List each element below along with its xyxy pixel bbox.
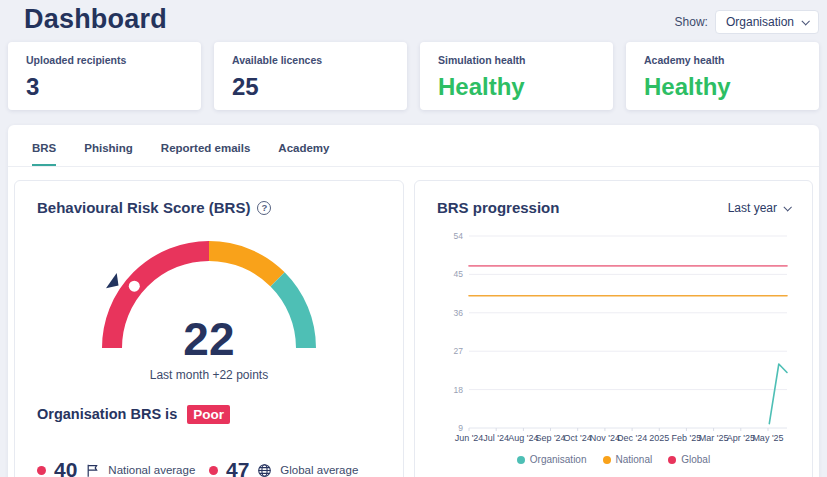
global-average-dot bbox=[209, 466, 218, 475]
stat-label: Simulation health bbox=[438, 54, 595, 66]
svg-text:9: 9 bbox=[458, 423, 463, 433]
organisation-select-value: Organisation bbox=[726, 15, 794, 29]
page-title: Dashboard bbox=[24, 4, 167, 35]
chevron-down-icon bbox=[801, 17, 809, 25]
svg-text:Sep '24: Sep '24 bbox=[535, 433, 565, 443]
legend-dot bbox=[668, 456, 676, 464]
chart-area: 91827364554Jun '24Jul '24Aug '24Sep '24O… bbox=[437, 226, 790, 450]
stats-row: Uploaded recipients 3 Available licences… bbox=[8, 42, 819, 110]
page-header: Dashboard Show: Organisation bbox=[0, 0, 827, 35]
brs-score-value: 22 bbox=[89, 316, 329, 362]
help-icon[interactable]: ? bbox=[257, 201, 271, 215]
svg-text:27: 27 bbox=[453, 346, 463, 356]
svg-text:Jun '24: Jun '24 bbox=[455, 433, 484, 443]
legend-item-national[interactable]: National bbox=[603, 454, 653, 465]
legend-label: Global bbox=[681, 454, 710, 465]
stat-label: Uploaded recipients bbox=[26, 54, 183, 66]
stat-card-available-licences: Available licences 25 bbox=[214, 42, 407, 110]
stat-label: Academy health bbox=[644, 54, 801, 66]
global-average: 47 Global average bbox=[209, 458, 381, 477]
show-label: Show: bbox=[675, 15, 708, 29]
stat-value: Healthy bbox=[644, 73, 801, 101]
chart-legend: OrganisationNationalGlobal bbox=[437, 454, 790, 465]
svg-text:45: 45 bbox=[453, 269, 463, 279]
svg-text:Oct '24: Oct '24 bbox=[563, 433, 591, 443]
legend-dot bbox=[603, 456, 611, 464]
legend-dot bbox=[517, 456, 525, 464]
svg-text:Dec '24: Dec '24 bbox=[617, 433, 647, 443]
stat-card-academy-health: Academy health Healthy bbox=[626, 42, 819, 110]
show-control: Show: Organisation bbox=[675, 10, 819, 34]
svg-text:May '25: May '25 bbox=[752, 433, 783, 443]
stat-card-simulation-health: Simulation health Healthy bbox=[420, 42, 613, 110]
legend-item-organisation[interactable]: Organisation bbox=[517, 454, 587, 465]
svg-text:Jul '24: Jul '24 bbox=[483, 433, 509, 443]
averages-row: 40 National average 47 bbox=[37, 458, 381, 477]
legend-label: Organisation bbox=[530, 454, 587, 465]
svg-text:Apr '25: Apr '25 bbox=[727, 433, 755, 443]
flag-icon bbox=[85, 463, 100, 477]
national-average-label: National average bbox=[108, 464, 195, 476]
svg-text:Nov '24: Nov '24 bbox=[590, 433, 620, 443]
brs-score-subtitle: Last month +22 points bbox=[37, 368, 381, 382]
tab-academy[interactable]: Academy bbox=[278, 142, 329, 166]
global-average-label: Global average bbox=[280, 464, 358, 476]
national-average-dot bbox=[37, 466, 46, 475]
svg-text:18: 18 bbox=[453, 385, 463, 395]
stat-value: 25 bbox=[232, 73, 389, 101]
svg-text:2025: 2025 bbox=[649, 433, 669, 443]
brs-gauge: 22 bbox=[89, 228, 329, 352]
stat-value: 3 bbox=[26, 73, 183, 101]
globe-icon bbox=[257, 463, 272, 477]
svg-text:Mar '25: Mar '25 bbox=[699, 433, 729, 443]
svg-text:54: 54 bbox=[453, 231, 463, 241]
status-badge: Poor bbox=[187, 405, 230, 424]
svg-text:36: 36 bbox=[453, 308, 463, 318]
stat-card-uploaded-recipients: Uploaded recipients 3 bbox=[8, 42, 201, 110]
tab-reported-emails[interactable]: Reported emails bbox=[161, 142, 250, 166]
range-selector[interactable]: Last year bbox=[728, 201, 790, 215]
tab-brs[interactable]: BRS bbox=[32, 142, 56, 166]
svg-text:Aug '24: Aug '24 bbox=[508, 433, 538, 443]
brs-score-panel: Behavioural Risk Score (BRS) ? 22 Last m… bbox=[14, 180, 404, 477]
chevron-down-icon bbox=[783, 203, 791, 211]
tab-phishing[interactable]: Phishing bbox=[84, 142, 133, 166]
global-average-value: 47 bbox=[226, 458, 249, 477]
main-card: BRS Phishing Reported emails Academy Beh… bbox=[8, 125, 819, 477]
brs-status-prefix: Organisation BRS is bbox=[37, 406, 177, 422]
stat-label: Available licences bbox=[232, 54, 389, 66]
legend-item-global[interactable]: Global bbox=[668, 454, 710, 465]
national-average: 40 National average bbox=[37, 458, 209, 477]
tab-bar: BRS Phishing Reported emails Academy bbox=[8, 125, 819, 167]
brs-panel-title-text: Behavioural Risk Score (BRS) bbox=[37, 199, 250, 216]
brs-progression-panel: BRS progression Last year 91827364554Jun… bbox=[414, 180, 813, 477]
brs-panel-title: Behavioural Risk Score (BRS) ? bbox=[37, 199, 381, 216]
svg-text:Feb '25: Feb '25 bbox=[671, 433, 701, 443]
organisation-select[interactable]: Organisation bbox=[715, 10, 819, 34]
panels-row: Behavioural Risk Score (BRS) ? 22 Last m… bbox=[8, 167, 819, 477]
legend-label: National bbox=[616, 454, 653, 465]
national-average-value: 40 bbox=[54, 458, 77, 477]
stat-value: Healthy bbox=[438, 73, 595, 101]
progression-title: BRS progression bbox=[437, 199, 560, 216]
brs-status-line: Organisation BRS is Poor bbox=[37, 406, 381, 422]
progression-chart: 91827364554Jun '24Jul '24Aug '24Sep '24O… bbox=[437, 226, 797, 446]
range-selector-value: Last year bbox=[728, 201, 777, 215]
progression-header: BRS progression Last year bbox=[437, 199, 790, 216]
